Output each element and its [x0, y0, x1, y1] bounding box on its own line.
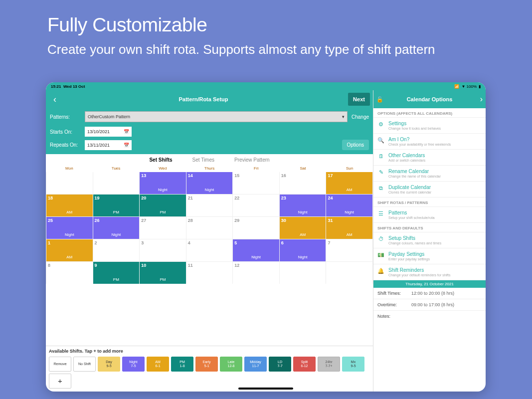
shift-chip[interactable]: Remove	[49, 357, 71, 372]
calendar-cell[interactable]: 6Night	[280, 239, 326, 261]
calendar-cell[interactable]: 8	[46, 262, 93, 284]
shift-chip[interactable]: Day9-5	[98, 357, 120, 372]
calendar-cell[interactable]	[46, 172, 93, 194]
cell-number: 21	[188, 196, 193, 200]
option-item[interactable]: ⚙SettingsChange how it looks and behaves	[373, 118, 486, 134]
calendar-cell[interactable]: 30AM	[280, 217, 326, 239]
calendar-cell[interactable]: 25Night	[46, 217, 93, 239]
cell-number: 16	[281, 173, 286, 178]
calendar-cell[interactable]: 11	[186, 262, 233, 284]
cell-number: 6	[281, 240, 284, 245]
shift-chip[interactable]: Mx9-5	[342, 357, 364, 372]
cell-shift-label: PM	[160, 277, 166, 284]
calendar-cell[interactable]: 15	[233, 172, 279, 194]
patterns-select[interactable]: OtherCustom Pattern ▾	[85, 111, 348, 122]
cell-number: 24	[328, 196, 333, 200]
starts-on-value: 13/10/2021	[87, 129, 110, 134]
shift-chip[interactable]: Night7-5	[122, 357, 145, 372]
calendar-cell[interactable]: 19PM	[93, 195, 140, 216]
home-indicator[interactable]	[238, 388, 293, 390]
starts-on-input[interactable]: 13/10/2021 📅	[85, 127, 132, 137]
options-button[interactable]: Options	[342, 140, 369, 150]
option-item[interactable]: 🗓Other CalendarsAdd or switch calendars	[373, 150, 486, 166]
calendar-cell[interactable]: 31AM	[326, 217, 372, 239]
add-shift-button[interactable]: +	[49, 374, 71, 389]
shift-times-row: Shift Times: 12:00 to 20:00 (8 hrs)	[373, 288, 486, 299]
shift-chip[interactable]: PM1-8	[171, 357, 193, 372]
option-text: PatternsSetup your shift schedule/rota	[388, 210, 482, 219]
option-item[interactable]: ☰PatternsSetup your shift schedule/rota	[373, 207, 486, 223]
cell-number: 11	[188, 263, 193, 268]
copy-icon: ⧉	[377, 185, 384, 192]
calendar-cell[interactable]: 1AM	[46, 239, 93, 261]
tab-set-shifts[interactable]: Set Shifts	[149, 157, 172, 163]
option-desc: Clones the current calendar	[388, 191, 482, 194]
shift-chip[interactable]: Early5-1	[195, 357, 218, 372]
option-label: Am I On?	[388, 137, 482, 143]
shift-chip[interactable]: Late12-8	[220, 357, 242, 372]
calendar-cell[interactable]: 17AM	[326, 172, 372, 194]
calendar-cell[interactable]: 29	[233, 217, 279, 239]
calendar-grid: 13Night14Night151617AM18AM19PM20PM212223…	[46, 172, 373, 284]
repeats-on-input[interactable]: 13/11/2021 📅	[85, 140, 132, 150]
option-text: Setup ShiftsChange colours, names and ti…	[388, 235, 482, 245]
patterns-label: Patterns:	[50, 114, 81, 120]
option-item[interactable]: ✎Rename CalendarChange the name of this …	[373, 166, 486, 182]
calendar-cell[interactable]: 20PM	[140, 195, 186, 216]
calendar-cell[interactable]: 18AM	[46, 195, 93, 216]
calendar-cell[interactable]: 4	[186, 239, 233, 261]
option-item[interactable]: 🔔Shift RemindersChange your default remi…	[373, 264, 486, 280]
calendar-cell[interactable]: 28	[186, 217, 233, 239]
calendar-cell[interactable]	[326, 262, 372, 284]
change-link[interactable]: Change	[352, 114, 369, 120]
shift-chip[interactable]: 24hr7-7+	[318, 357, 340, 372]
option-item[interactable]: 🔍Am I On?Check your availability or free…	[373, 134, 486, 150]
cell-number: 31	[328, 218, 333, 223]
calendar-cell[interactable]: 2	[93, 239, 140, 261]
next-button[interactable]: Next	[348, 93, 370, 106]
tab-preview-pattern[interactable]: Preview Pattern	[234, 157, 270, 163]
tab-set-times[interactable]: Set Times	[192, 157, 214, 163]
calendar-cell[interactable]: 13Night	[140, 172, 186, 194]
battery-icon: ▮	[479, 84, 481, 89]
shift-chip[interactable]: AM6-1	[147, 357, 169, 372]
calendar-cell[interactable]	[93, 172, 140, 194]
calendar-cell[interactable]: 5Night	[233, 239, 279, 261]
option-item[interactable]: 💵Payday SettingsEnter your payday settin…	[373, 248, 486, 264]
calendar-cell[interactable]: 7	[326, 239, 372, 261]
calendar-cell[interactable]: 9PM	[93, 262, 140, 284]
calendar-cell[interactable]: 12	[233, 262, 279, 284]
repeats-on-value: 13/11/2021	[87, 143, 110, 148]
calendar-cell[interactable]	[280, 262, 326, 284]
repeats-on-label: Repeats On:	[50, 142, 81, 148]
status-bar: 15:21 Wed 13 Oct 📶▼ 100%▮	[46, 82, 486, 90]
calendar-cell[interactable]: 21	[186, 195, 233, 216]
calendar-cell[interactable]: 3	[140, 239, 186, 261]
calendar-icon: 📅	[124, 129, 129, 134]
calendar-cell[interactable]: 10PM	[140, 262, 186, 284]
option-item[interactable]: ⧉Duplicate CalendarClones the current ca…	[373, 182, 486, 198]
calendar-cell[interactable]: 24Night	[326, 195, 372, 216]
cell-number: 18	[48, 196, 53, 200]
shift-chip[interactable]: No Shift	[73, 357, 96, 372]
shift-chip[interactable]: Midday11-7	[244, 357, 267, 372]
cell-number: 17	[328, 173, 333, 178]
option-desc: Change colours, names and times	[388, 241, 482, 245]
option-text: SettingsChange how it looks and behaves	[388, 121, 482, 130]
option-item[interactable]: ⏱Setup ShiftsChange colours, names and t…	[373, 232, 486, 248]
calendar-cell[interactable]: 26Night	[93, 217, 140, 239]
chip-sub: 1-8	[179, 364, 184, 368]
calendar-cell[interactable]: 16	[280, 172, 326, 194]
calendar-cell[interactable]: 27	[140, 217, 186, 239]
shift-chip[interactable]: LD7-7	[269, 357, 291, 372]
cell-shift-label: Night	[205, 188, 214, 194]
shift-chip[interactable]: Split6-12	[293, 357, 316, 372]
lock-icon[interactable]: 🔓	[376, 96, 385, 103]
forward-button[interactable]: ›	[474, 95, 483, 104]
calendar-cell[interactable]: 22	[233, 195, 279, 216]
calendar-cell[interactable]: 14Night	[186, 172, 233, 194]
cell-shift-label: Night	[112, 232, 121, 239]
calendar-cell[interactable]: 23Night	[280, 195, 326, 216]
back-button[interactable]: ‹	[49, 94, 61, 105]
patterns-selected-value: OtherCustom Pattern	[88, 114, 130, 119]
